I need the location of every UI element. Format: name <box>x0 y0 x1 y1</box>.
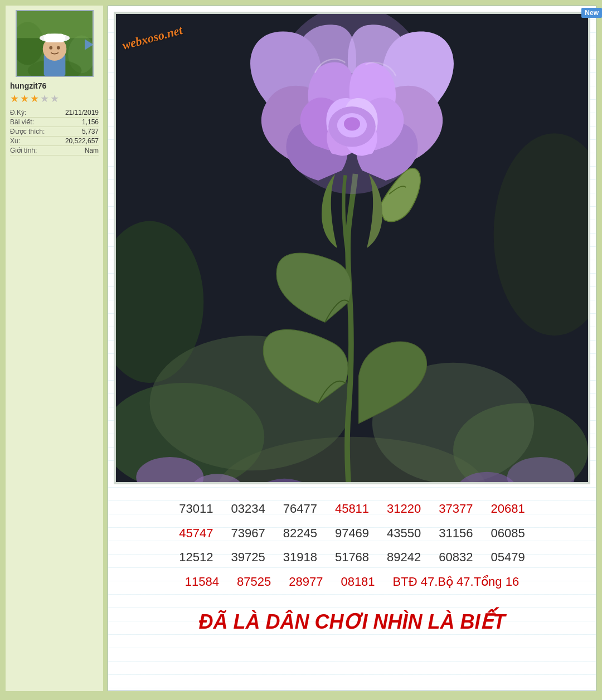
num-73011: 73011 <box>179 498 213 520</box>
numbers-row-3: 12512 39725 31918 51768 89242 60832 0547… <box>125 546 579 568</box>
num-43550: 43550 <box>387 522 421 545</box>
footer-text: ĐÃ LÀ DÂN CHƠI NHÌN LÀ BIẾT <box>114 599 590 639</box>
username: hungzit76 <box>6 79 103 91</box>
stars-container: ★ ★ ★ ★ ★ <box>6 91 103 106</box>
label-xu: Xu: <box>10 137 20 145</box>
num-11584: 11584 <box>185 571 219 593</box>
num-89242: 89242 <box>387 546 421 568</box>
num-31918: 31918 <box>283 546 317 568</box>
value-xu: 20,522,657 <box>65 137 99 145</box>
num-45811: 45811 <box>335 498 369 520</box>
num-08181: 08181 <box>341 571 375 593</box>
num-05479: 05479 <box>491 546 525 568</box>
num-76477: 76477 <box>283 498 317 520</box>
avatar-container <box>16 10 94 77</box>
info-row-duocthich: Được thích: 5,737 <box>10 127 99 137</box>
num-06085: 06085 <box>491 522 525 545</box>
star-2: ★ <box>20 93 29 105</box>
numbers-row-4: 11584 87525 28977 08181 BTĐ 47.Bộ 47.Tổn… <box>125 571 579 593</box>
num-btd-info: BTĐ 47.Bộ 47.Tổng 16 <box>393 571 520 593</box>
num-28977: 28977 <box>289 571 323 593</box>
svg-point-28 <box>344 117 360 130</box>
svg-point-10 <box>56 46 60 50</box>
main-content: webxoso.net 73011 03234 76477 45811 3122… <box>108 6 596 691</box>
num-03234: 03234 <box>231 498 265 520</box>
label-baiviet: Bài viết: <box>10 118 34 126</box>
avatar <box>17 11 93 76</box>
info-row-dky: Đ.Ký: 21/11/2019 <box>10 108 99 118</box>
num-20681: 20681 <box>491 498 525 520</box>
num-51768: 51768 <box>335 546 369 568</box>
star-4: ★ <box>40 93 49 105</box>
num-97469: 97469 <box>335 522 369 545</box>
num-87525: 87525 <box>237 571 271 593</box>
star-5: ★ <box>50 93 59 105</box>
new-badge[interactable]: New <box>581 8 602 18</box>
num-31220: 31220 <box>387 498 421 520</box>
star-3: ★ <box>30 93 39 105</box>
sidebar: hungzit76 ★ ★ ★ ★ ★ Đ.Ký: 21/11/2019 Bài… <box>6 6 103 691</box>
num-73967: 73967 <box>231 522 265 545</box>
label-dky: Đ.Ký: <box>10 109 26 116</box>
num-39725: 39725 <box>231 546 265 568</box>
value-baiviet: 1,156 <box>82 118 99 126</box>
num-60832: 60832 <box>439 546 473 568</box>
star-1: ★ <box>10 93 19 105</box>
num-45747: 45747 <box>179 522 213 545</box>
info-row-xu: Xu: 20,522,657 <box>10 137 99 146</box>
info-row-baiviet: Bài viết: 1,156 <box>10 118 99 127</box>
value-duocthich: 5,737 <box>82 128 99 135</box>
post-image-wrapper: webxoso.net <box>114 12 590 484</box>
page-layout: hungzit76 ★ ★ ★ ★ ★ Đ.Ký: 21/11/2019 Bài… <box>0 0 602 697</box>
user-info: Đ.Ký: 21/11/2019 Bài viết: 1,156 Được th… <box>6 106 103 158</box>
numbers-row-1: 73011 03234 76477 45811 31220 37377 2068… <box>125 498 579 520</box>
svg-point-9 <box>49 46 52 50</box>
label-duocthich: Được thích: <box>10 128 45 135</box>
numbers-section: 73011 03234 76477 45811 31220 37377 2068… <box>114 493 590 599</box>
svg-rect-8 <box>43 34 65 42</box>
num-12512: 12512 <box>179 546 213 568</box>
label-gioitinh: Giới tính: <box>10 147 37 154</box>
info-row-gioitinh: Giới tính: Nam <box>10 146 99 155</box>
numbers-row-2: 45747 73967 82245 97469 43550 31156 0608… <box>125 522 579 545</box>
value-dky: 21/11/2019 <box>65 109 99 116</box>
num-37377: 37377 <box>439 498 473 520</box>
num-31156: 31156 <box>439 522 473 545</box>
value-gioitinh: Nam <box>85 147 99 154</box>
post-image: webxoso.net <box>116 14 588 482</box>
num-82245: 82245 <box>283 522 317 545</box>
